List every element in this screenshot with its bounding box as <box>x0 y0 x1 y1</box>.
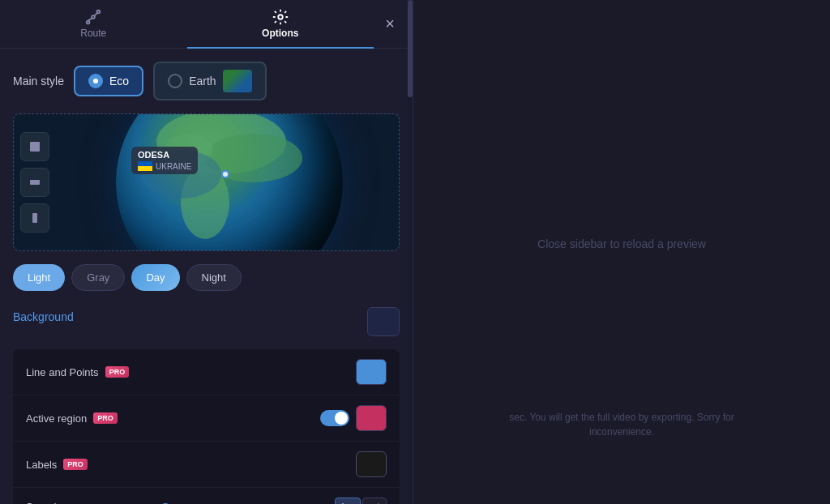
svg-rect-7 <box>30 180 40 185</box>
km-unit-button[interactable]: km <box>335 498 362 504</box>
mi-unit-button[interactable]: mi <box>362 498 387 504</box>
speed-slider-container <box>76 499 296 504</box>
speed-row: Speed — km mi <box>13 488 400 504</box>
preview-note: sec. You will get the full video by expo… <box>484 410 759 439</box>
svg-point-15 <box>223 172 228 177</box>
active-region-label: Active region PRO <box>26 412 320 425</box>
sidebar: Route Options × Main style Eco Earth <box>0 0 413 504</box>
svg-point-5 <box>278 15 283 19</box>
right-panel: Close sidebar to reload a preview sec. Y… <box>413 0 830 504</box>
active-region-toggle[interactable] <box>320 410 349 426</box>
main-style-row: Main style Eco Earth <box>13 62 400 100</box>
pill-light[interactable]: Light <box>13 264 65 291</box>
minus-button[interactable]: — <box>306 499 325 504</box>
globe-preview: ODESA UKRAINE <box>13 113 400 251</box>
pill-gray[interactable]: Gray <box>71 264 125 291</box>
preview-text: Close sidebar to reload a preview <box>537 237 706 250</box>
background-row: Background <box>13 307 400 336</box>
line-right <box>356 359 387 385</box>
active-region-right <box>320 405 387 431</box>
labels-right <box>356 451 387 477</box>
line-pro-badge: PRO <box>105 366 130 378</box>
unit-buttons: km mi <box>335 498 387 504</box>
tab-options[interactable]: Options <box>187 0 374 49</box>
active-region-row: Active region PRO <box>13 395 400 442</box>
earth-thumbnail <box>223 70 252 92</box>
tab-route[interactable]: Route <box>0 0 187 49</box>
header: Route Options × <box>0 0 413 49</box>
eco-radio <box>88 74 103 88</box>
svg-point-2 <box>92 15 95 19</box>
settings-panel: Line and Points PRO Active region PRO <box>13 349 400 504</box>
pill-night[interactable]: Night <box>186 264 242 291</box>
labels-label: Labels PRO <box>26 459 356 471</box>
globe-container <box>116 113 343 251</box>
close-button[interactable]: × <box>374 8 406 41</box>
earth-label: Earth <box>189 75 216 88</box>
svg-rect-6 <box>30 142 40 152</box>
tab-options-label: Options <box>262 28 298 39</box>
eco-style-button[interactable]: Eco <box>74 66 143 96</box>
svg-line-3 <box>88 18 92 20</box>
labels-row: Labels PRO <box>13 442 400 488</box>
pill-day[interactable]: Day <box>131 264 179 291</box>
svg-point-1 <box>97 10 101 13</box>
left-icons <box>20 132 49 233</box>
background-label: Background <box>13 310 74 323</box>
layout-icon-2[interactable] <box>20 168 49 197</box>
style-pills: Light Gray Day Night <box>13 264 400 291</box>
country-name: UKRAINE <box>156 162 191 171</box>
globe-sphere <box>116 113 343 251</box>
labels-pro-badge: PRO <box>63 459 88 470</box>
active-region-pro-badge: PRO <box>93 412 118 424</box>
earth-style-button[interactable]: Earth <box>153 62 266 100</box>
background-color-swatch[interactable] <box>367 307 400 336</box>
scroll-thumb[interactable] <box>408 0 413 97</box>
content-area: Main style Eco Earth <box>0 49 413 504</box>
line-and-points-label: Line and Points PRO <box>26 366 356 378</box>
main-style-label: Main style <box>13 75 64 88</box>
layout-icon-1[interactable] <box>20 132 49 161</box>
line-color-swatch[interactable] <box>356 359 387 385</box>
scroll-indicator <box>408 0 413 504</box>
active-region-color-swatch[interactable] <box>356 405 387 431</box>
svg-point-0 <box>87 20 90 23</box>
svg-line-4 <box>95 13 97 15</box>
speed-label: Speed <box>26 501 66 505</box>
earth-radio <box>168 74 182 88</box>
layout-icon-3[interactable] <box>20 203 49 233</box>
ukraine-flag-icon <box>138 161 152 171</box>
svg-rect-8 <box>32 213 37 223</box>
labels-color-swatch[interactable] <box>356 451 387 477</box>
map-location-label: ODESA UKRAINE <box>131 147 198 174</box>
eco-label: Eco <box>109 75 129 88</box>
line-and-points-row: Line and Points PRO <box>13 349 400 395</box>
tab-route-label: Route <box>80 28 106 39</box>
city-name: ODESA <box>138 150 191 160</box>
